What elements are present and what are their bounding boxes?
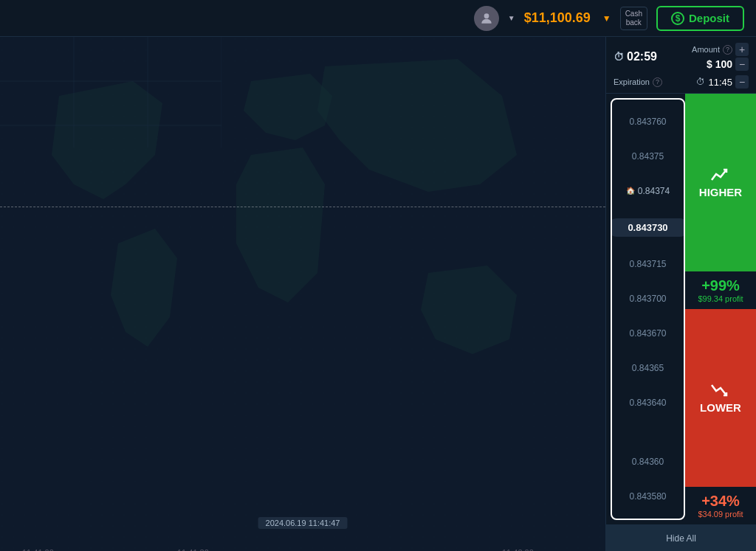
higher-profit-amt: $99.34 profit bbox=[698, 294, 743, 303]
price-level-3: 0.843715 bbox=[611, 257, 685, 271]
price-level-current: 🏠 0.84374 bbox=[611, 184, 685, 198]
amount-plus-button[interactable]: + bbox=[735, 43, 749, 56]
timer-amount-row: ⏱ 02:59 Amount ? + $ 100 − bbox=[606, 37, 756, 74]
expiration-value: 11:45 bbox=[708, 77, 732, 88]
user-dropdown-arrow[interactable]: ▼ bbox=[508, 14, 515, 22]
svg-point-0 bbox=[484, 13, 489, 18]
lower-profit-pct: +34% bbox=[701, 493, 740, 510]
lower-profit-amt: $34.09 profit bbox=[698, 510, 743, 519]
expiration-row: Expiration ? ⏱ 11:45 − bbox=[606, 74, 756, 94]
price-level-4: 0.843700 bbox=[611, 291, 685, 306]
amount-minus-button[interactable]: − bbox=[735, 58, 749, 71]
price-level-1: 0.84375 bbox=[611, 149, 685, 164]
timer-value: 02:59 bbox=[627, 50, 657, 63]
price-level-7: 0.843640 bbox=[611, 395, 685, 410]
price-level-active[interactable]: 0.843730 bbox=[611, 218, 685, 237]
amount-value: $ 100 bbox=[707, 58, 732, 70]
price-level-6: 0.84365 bbox=[611, 361, 685, 375]
lower-button[interactable]: LOWER bbox=[685, 309, 756, 487]
timestamp-bar: 2024.06.19 11:41:47 bbox=[258, 517, 348, 529]
lower-profit-info: +34% $34.09 profit bbox=[685, 487, 756, 524]
cashback-button[interactable]: Cashback bbox=[620, 7, 647, 30]
chart-area: 2024.06.19 11:41:47 11:41:00 11:41:30 11… bbox=[0, 37, 605, 551]
higher-button[interactable]: HIGHER bbox=[685, 94, 756, 271]
right-panel: ⏱ 02:59 Amount ? + $ 100 − Expiration ? … bbox=[605, 37, 756, 551]
expiration-info-icon[interactable]: ? bbox=[653, 77, 662, 87]
timer-icon: ⏱ bbox=[614, 51, 624, 63]
sidebar-content: 0.843760 0.84375 🏠 0.84374 0.843730 0.84… bbox=[606, 94, 756, 524]
deposit-button[interactable]: $ Deposit bbox=[656, 6, 744, 31]
trade-column: HIGHER +99% $99.34 profit LOWER +34% $34… bbox=[685, 94, 756, 524]
balance-dropdown-arrow[interactable]: ▼ bbox=[602, 13, 611, 24]
x-label-2: 11:41:30 bbox=[177, 548, 209, 551]
price-level-9: 0.84360 bbox=[611, 454, 685, 469]
user-avatar[interactable] bbox=[474, 6, 499, 31]
higher-profit-pct: +99% bbox=[701, 277, 740, 294]
price-level-0: 0.843760 bbox=[611, 114, 685, 129]
amount-section: Amount ? + $ 100 − bbox=[692, 43, 749, 71]
price-level-5: 0.843670 bbox=[611, 326, 685, 341]
x-label-4: 11:42:00 bbox=[502, 548, 534, 551]
amount-label: Amount bbox=[692, 45, 720, 54]
balance-display: $11,100.69 bbox=[524, 10, 591, 26]
hide-all-button[interactable]: Hide All bbox=[606, 524, 756, 551]
deposit-icon: $ bbox=[671, 12, 684, 25]
expiration-clock-icon: ⏱ bbox=[696, 77, 705, 87]
candlestick-chart bbox=[0, 37, 221, 148]
x-label-1: 11:41:00 bbox=[22, 548, 54, 551]
expiration-minus-button[interactable]: − bbox=[735, 75, 749, 89]
header: ▼ $11,100.69 ▼ Cashback $ Deposit bbox=[0, 0, 756, 37]
expiration-label: Expiration bbox=[614, 77, 650, 86]
price-level-10: 0.843580 bbox=[611, 489, 685, 504]
timer-display: ⏱ 02:59 bbox=[614, 50, 657, 63]
amount-info-icon[interactable]: ? bbox=[723, 45, 732, 55]
current-price-line bbox=[0, 207, 605, 207]
user-icon bbox=[479, 11, 494, 26]
lower-chart-icon bbox=[710, 382, 731, 398]
price-level-8 bbox=[611, 430, 685, 434]
higher-chart-icon bbox=[710, 167, 731, 183]
higher-profit-info: +99% $99.34 profit bbox=[685, 271, 756, 309]
price-levels-box: 0.843760 0.84375 🏠 0.84374 0.843730 0.84… bbox=[611, 98, 685, 520]
